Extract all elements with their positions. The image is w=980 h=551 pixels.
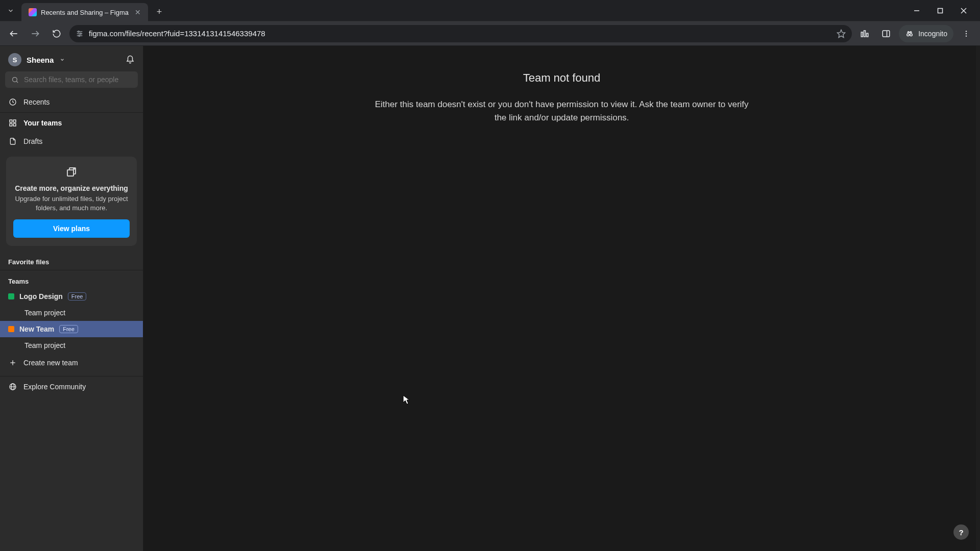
svg-marker-12 [838,30,845,37]
svg-point-10 [80,33,82,34]
bookmark-star-icon[interactable] [837,29,846,38]
nav-your-teams-label: Your teams [23,119,62,127]
plus-icon [8,359,17,367]
incognito-icon [905,29,914,38]
nav-recents[interactable]: Recents [0,93,143,111]
promo-body: Upgrade for unlimited files, tidy projec… [13,194,130,212]
incognito-chip[interactable]: Incognito [899,25,953,42]
side-panel-icon[interactable] [877,25,895,42]
nav-your-teams[interactable]: Your teams [0,114,143,132]
explore-community[interactable]: Explore Community [0,378,143,396]
svg-point-18 [907,34,910,36]
stack-plus-icon [13,166,130,178]
file-icon [8,137,17,145]
notifications-bell-icon[interactable] [126,55,135,64]
nav-forward-button [27,25,44,42]
svg-point-24 [13,77,17,82]
team-color-swatch [8,293,14,299]
team-name-label: New Team [19,325,54,333]
window-close-button[interactable] [957,4,971,18]
teams-section-label: Teams [0,271,143,288]
svg-point-19 [910,34,913,36]
nav-recents-label: Recents [23,98,50,106]
media-control-icon[interactable] [856,25,873,42]
svg-point-9 [78,31,80,32]
svg-line-25 [16,81,18,83]
user-menu[interactable]: S Sheena [8,53,65,66]
site-settings-icon[interactable] [76,30,84,38]
svg-point-22 [966,33,967,34]
create-new-team-button[interactable]: Create new team [0,354,143,372]
tab-title: Recents and Sharing – Figma [41,9,129,16]
window-maximize-button[interactable] [933,4,947,18]
team-item-new-team[interactable]: New Team Free [0,321,143,337]
tab-search-dropdown[interactable] [0,0,21,21]
svg-point-21 [966,31,967,32]
explore-community-label: Explore Community [23,383,86,391]
create-new-team-label: Create new team [23,359,78,367]
upgrade-promo-card: Create more, organize everything Upgrade… [6,157,137,246]
main-content: Team not found Either this team doesn't … [143,46,980,551]
reload-button[interactable] [48,25,65,42]
url-text: figma.com/files/recent?fuid=133141314154… [89,29,831,38]
help-button[interactable]: ? [953,524,969,540]
error-title: Team not found [368,71,756,85]
svg-rect-27 [10,120,12,122]
globe-icon [8,383,17,391]
scrollbar-track[interactable] [976,46,980,551]
team-name-label: Logo Design [19,292,63,300]
svg-rect-31 [67,170,74,176]
nav-drafts[interactable]: Drafts [0,132,143,151]
project-item[interactable]: Team project [0,305,143,321]
svg-point-23 [966,35,967,36]
nav-drafts-label: Drafts [23,137,42,145]
search-input[interactable] [5,71,138,88]
svg-rect-15 [867,33,868,37]
svg-rect-14 [864,31,866,37]
plan-badge: Free [59,325,78,333]
browser-tab[interactable]: Recents and Sharing – Figma ✕ [21,3,148,21]
user-name: Sheena [27,56,54,64]
incognito-label: Incognito [918,30,947,38]
svg-rect-28 [13,120,16,122]
svg-rect-13 [861,32,863,37]
clock-icon [8,98,17,106]
close-tab-icon[interactable]: ✕ [135,8,141,16]
chevron-down-icon [60,57,65,62]
svg-rect-29 [10,123,12,126]
grid-icon [8,119,17,127]
new-tab-button[interactable]: + [151,3,167,21]
team-color-swatch [8,326,14,332]
error-message: Either this team doesn't exist or you do… [368,98,756,125]
view-plans-button[interactable]: View plans [13,219,130,238]
address-bar[interactable]: figma.com/files/recent?fuid=133141314154… [69,25,852,42]
search-icon [11,76,19,84]
avatar: S [8,53,21,66]
svg-rect-30 [13,123,16,126]
favorites-section-label: Favorite files [0,252,143,269]
svg-point-11 [79,35,80,36]
project-item[interactable]: Team project [0,337,143,354]
search-field[interactable] [24,76,132,84]
svg-rect-1 [938,8,943,13]
figma-favicon [29,8,37,16]
window-minimize-button[interactable] [910,4,924,18]
nav-back-button[interactable] [5,25,22,42]
browser-menu-button[interactable] [958,25,975,42]
svg-rect-16 [883,31,890,37]
promo-title: Create more, organize everything [13,184,130,192]
plan-badge: Free [68,292,87,300]
team-item-logo-design[interactable]: Logo Design Free [0,288,143,305]
